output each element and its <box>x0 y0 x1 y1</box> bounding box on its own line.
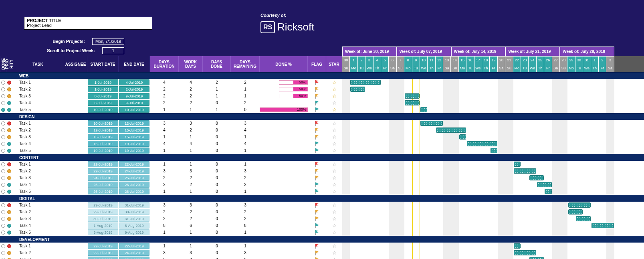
priority-cell[interactable] <box>6 86 12 93</box>
assignee-cell[interactable] <box>64 168 87 174</box>
col-assignee[interactable]: ASSIGNEE <box>64 56 87 72</box>
star-icon[interactable]: ☆ <box>332 80 337 85</box>
start-date-cell[interactable]: 22-Jul-2019 <box>87 243 119 249</box>
gantt-bar[interactable] <box>545 189 551 194</box>
start-date-cell[interactable]: 29-Jul-2019 <box>87 208 119 215</box>
done-cell[interactable] <box>0 249 6 256</box>
end-date-cell[interactable]: 22-Jul-2019 <box>119 243 150 249</box>
done-cell[interactable] <box>0 208 6 215</box>
task-cell[interactable]: Task 3 <box>12 93 64 99</box>
done-checkbox-icon[interactable] <box>1 210 5 214</box>
star-cell[interactable]: ☆ <box>326 140 342 147</box>
gantt-bar[interactable] <box>405 93 420 99</box>
priority-cell[interactable] <box>6 249 12 256</box>
star-cell[interactable]: ☆ <box>326 161 342 168</box>
star-icon[interactable]: ☆ <box>332 202 337 208</box>
star-cell[interactable]: ☆ <box>326 208 342 215</box>
priority-dot-icon[interactable] <box>7 142 11 146</box>
priority-dot-icon[interactable] <box>7 203 11 207</box>
priority-cell[interactable] <box>6 215 12 222</box>
done-cell[interactable] <box>0 86 6 93</box>
task-cell[interactable]: Task 3 <box>12 215 64 222</box>
priority-cell[interactable] <box>6 229 12 236</box>
done-cell[interactable] <box>0 161 6 168</box>
star-icon[interactable]: ☆ <box>332 189 337 194</box>
star-icon[interactable]: ☆ <box>332 168 337 174</box>
done-cell[interactable] <box>0 120 6 127</box>
done-checkbox-icon[interactable] <box>1 169 5 173</box>
start-date-cell[interactable]: 1-Aug-2019 <box>87 222 119 229</box>
table-row[interactable]: Task 416-Jul-201919-Jul-20194404☆ <box>0 140 644 147</box>
assignee-cell[interactable] <box>64 79 87 86</box>
flag-cell[interactable] <box>308 140 326 147</box>
star-icon[interactable]: ☆ <box>332 107 337 113</box>
task-cell[interactable]: Task 4 <box>12 181 64 188</box>
gantt-bar[interactable] <box>514 168 536 174</box>
start-date-cell[interactable]: 22-Jul-2019 <box>87 249 119 256</box>
star-cell[interactable]: ☆ <box>326 106 342 113</box>
done-checkbox-icon[interactable] <box>1 121 5 125</box>
done-checkbox-icon[interactable] <box>1 162 5 166</box>
task-cell[interactable]: Task 2 <box>12 249 64 256</box>
table-row[interactable]: Task 315-Jul-201915-Jul-20191101☆ <box>0 134 644 140</box>
table-row[interactable]: Task 330-Jul-201931-Jul-20192202☆ <box>0 215 644 222</box>
star-cell[interactable]: ☆ <box>326 202 342 208</box>
done-cell[interactable] <box>0 243 6 249</box>
priority-cell[interactable] <box>6 106 12 113</box>
start-date-cell[interactable]: 19-Jul-2019 <box>87 147 119 154</box>
task-cell[interactable]: Task 3 <box>12 174 64 181</box>
done-checkbox-icon[interactable] <box>1 142 5 146</box>
star-cell[interactable]: ☆ <box>326 168 342 174</box>
assignee-cell[interactable] <box>64 120 87 127</box>
task-cell[interactable]: Task 5 <box>12 229 64 236</box>
priority-dot-icon[interactable] <box>7 169 11 173</box>
task-cell[interactable]: Task 1 <box>12 79 64 86</box>
col-priority[interactable]: PRIO RITY <box>6 56 12 72</box>
flag-cell[interactable] <box>308 168 326 174</box>
gantt-bar[interactable] <box>514 162 521 167</box>
assignee-cell[interactable] <box>64 249 87 256</box>
col-duration[interactable]: DAYSDURATION <box>150 56 179 72</box>
priority-dot-icon[interactable] <box>7 128 11 132</box>
gantt-bar[interactable] <box>514 243 521 249</box>
assignee-cell[interactable] <box>64 222 87 229</box>
done-cell[interactable] <box>0 256 6 259</box>
flag-cell[interactable] <box>308 161 326 168</box>
done-checkbox-icon[interactable] <box>1 231 5 235</box>
gantt-bar[interactable] <box>576 216 591 221</box>
priority-cell[interactable] <box>6 134 12 140</box>
gantt-bar[interactable] <box>405 100 420 105</box>
priority-cell[interactable] <box>6 181 12 188</box>
done-checkbox-icon[interactable] <box>1 224 5 228</box>
done-checkbox-icon[interactable] <box>1 101 5 105</box>
start-date-cell[interactable]: 8-Jul-2019 <box>87 93 119 99</box>
assignee-cell[interactable] <box>64 174 87 181</box>
flag-cell[interactable] <box>308 93 326 99</box>
table-row[interactable]: Task 110-Jul-201912-Jul-20193303☆ <box>0 120 644 127</box>
done-cell[interactable] <box>0 188 6 195</box>
end-date-cell[interactable]: 10-Jul-2019 <box>119 106 150 113</box>
end-date-cell[interactable]: 26-Jul-2019 <box>119 181 150 188</box>
star-cell[interactable]: ☆ <box>326 79 342 86</box>
task-cell[interactable]: Task 1 <box>12 161 64 168</box>
priority-cell[interactable] <box>6 79 12 86</box>
table-row[interactable]: Task 122-Jul-201922-Jul-20191101☆ <box>0 161 644 168</box>
table-row[interactable]: Task 11-Jul-20194-Jul-2019442250%☆ <box>0 79 644 86</box>
end-date-cell[interactable]: 24-Jul-2019 <box>119 168 150 174</box>
assignee-cell[interactable] <box>64 127 87 134</box>
done-cell[interactable] <box>0 229 6 236</box>
star-cell[interactable]: ☆ <box>326 249 342 256</box>
table-row[interactable]: Task 41-Aug-20198-Aug-20198608☆ <box>0 222 644 229</box>
assignee-cell[interactable] <box>64 208 87 215</box>
flag-cell[interactable] <box>308 120 326 127</box>
flag-cell[interactable] <box>308 188 326 195</box>
star-cell[interactable]: ☆ <box>326 243 342 249</box>
done-cell[interactable] <box>0 79 6 86</box>
start-date-cell[interactable]: 24-Jul-2019 <box>87 174 119 181</box>
gantt-bar[interactable] <box>350 87 365 92</box>
priority-cell[interactable] <box>6 208 12 215</box>
done-checkbox-icon[interactable] <box>1 149 5 153</box>
table-row[interactable]: Task 222-Jul-201924-Jul-20193303☆ <box>0 168 644 174</box>
star-icon[interactable]: ☆ <box>332 134 337 140</box>
priority-dot-icon[interactable] <box>7 121 11 125</box>
